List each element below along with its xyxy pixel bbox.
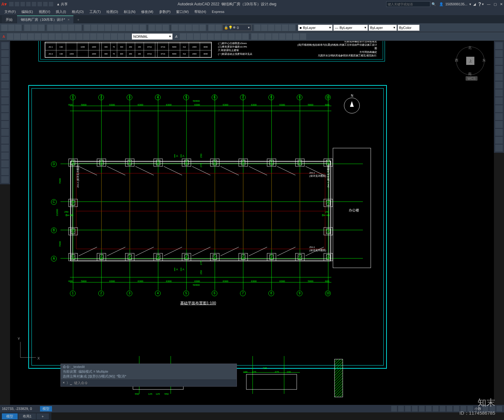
- tool-button[interactable]: [495, 97, 503, 104]
- tool-button[interactable]: [495, 42, 503, 49]
- tool-button[interactable]: [133, 25, 139, 31]
- search-icon[interactable]: 🔍: [432, 2, 436, 6]
- menu-draw[interactable]: 绘图(D): [104, 9, 121, 15]
- tool-button[interactable]: [282, 25, 288, 31]
- tool-button[interactable]: [209, 25, 215, 31]
- tool-button[interactable]: [125, 33, 131, 40]
- tool-button[interactable]: [242, 33, 249, 40]
- tab-model[interactable]: 模型: [2, 413, 18, 419]
- prop-lt-combo[interactable]: ByLayer▾: [369, 25, 397, 31]
- menu-modify[interactable]: 修改(M): [139, 9, 156, 15]
- add-layout-button[interactable]: ＋: [37, 413, 49, 419]
- qat-icon[interactable]: [43, 2, 48, 6]
- wcs-badge[interactable]: WCS: [466, 76, 478, 81]
- tool-button[interactable]: [221, 33, 228, 40]
- qat-icon[interactable]: [26, 2, 31, 6]
- qat-icon[interactable]: [49, 2, 53, 6]
- tool-button[interactable]: [1, 42, 9, 49]
- tool-button[interactable]: [495, 50, 503, 57]
- tool-button[interactable]: [8, 25, 14, 31]
- qat-icon[interactable]: [32, 2, 36, 6]
- tool-button[interactable]: [38, 25, 44, 31]
- tool-button[interactable]: [495, 74, 503, 81]
- tool-button[interactable]: [187, 33, 193, 40]
- tool-button[interactable]: [105, 25, 111, 31]
- tool-button[interactable]: [1, 25, 8, 31]
- menu-tools[interactable]: 工具(T): [87, 9, 103, 15]
- tool-button[interactable]: [118, 33, 124, 40]
- tool-button[interactable]: [268, 25, 274, 31]
- tool-button[interactable]: [1, 58, 9, 65]
- tool-button[interactable]: [1, 152, 9, 159]
- quick-access-toolbar[interactable]: [9, 2, 53, 6]
- tool-button[interactable]: [1, 66, 9, 73]
- menu-dim[interactable]: 标注(N): [121, 9, 138, 15]
- tool-button[interactable]: [112, 25, 118, 31]
- status-button[interactable]: [405, 406, 411, 411]
- status-button[interactable]: [419, 406, 425, 411]
- menu-format[interactable]: 格式(O): [69, 9, 86, 15]
- command-line[interactable]: 命令: _textedit当前设置: 编辑模式 = Multiple选择注释对象…: [60, 364, 237, 387]
- menu-view[interactable]: 视图(V): [36, 9, 53, 15]
- tool-button[interactable]: [201, 33, 207, 40]
- tool-button[interactable]: [21, 33, 27, 40]
- tool-button[interactable]: [104, 33, 110, 40]
- tool-button[interactable]: [15, 25, 21, 31]
- ucs-icon[interactable]: X Y: [16, 339, 38, 361]
- tool-button[interactable]: [208, 33, 214, 40]
- user-name[interactable]: 1505999135...: [445, 2, 467, 6]
- tool-button[interactable]: [119, 25, 125, 31]
- tool-button[interactable]: [1, 160, 9, 167]
- tool-button[interactable]: [1, 97, 9, 104]
- tool-button[interactable]: [49, 33, 55, 40]
- menu-express[interactable]: Express: [209, 9, 227, 14]
- prop-layer-combo[interactable]: ■ ByLayer▾: [298, 25, 333, 31]
- tool-button[interactable]: [163, 25, 169, 31]
- tool-button[interactable]: [14, 33, 20, 40]
- tool-button[interactable]: [61, 25, 67, 31]
- menu-insert[interactable]: 插入(I): [53, 9, 68, 15]
- tab-start[interactable]: 开始: [2, 15, 16, 23]
- autodesk-app-icon[interactable]: ◢: [473, 2, 476, 6]
- tool-button[interactable]: [35, 33, 41, 40]
- tool-button[interactable]: [1, 168, 9, 175]
- command-input[interactable]: 键入命令: [74, 381, 88, 385]
- tool-button[interactable]: [98, 25, 104, 31]
- tool-button[interactable]: [495, 105, 503, 112]
- tool-button[interactable]: [258, 33, 265, 40]
- tool-button[interactable]: [1, 137, 9, 144]
- help-search-input[interactable]: [386, 1, 430, 7]
- menu-window[interactable]: 窗口(W): [174, 9, 191, 15]
- share-button[interactable]: ▲ 共享: [56, 2, 68, 7]
- tool-button[interactable]: [286, 33, 292, 40]
- minimize-button[interactable]: —: [487, 2, 490, 6]
- tool-button[interactable]: [126, 25, 132, 31]
- close-icon[interactable]: ×: [63, 381, 65, 385]
- tool-button[interactable]: [261, 25, 267, 31]
- tool-button[interactable]: [495, 66, 503, 73]
- tool-button[interactable]: [279, 33, 285, 40]
- close-button[interactable]: ✕: [500, 2, 503, 6]
- menu-edit[interactable]: 编辑(E): [19, 9, 36, 15]
- menu-help[interactable]: 帮助(H): [192, 9, 209, 15]
- tool-button[interactable]: [1, 145, 9, 152]
- prop-lw-combo[interactable]: — ByLayer▾: [333, 25, 368, 31]
- tool-button[interactable]: [1, 176, 9, 183]
- tool-button[interactable]: [28, 33, 34, 40]
- tool-button[interactable]: [293, 33, 299, 40]
- tool-button[interactable]: [228, 33, 235, 40]
- status-button[interactable]: [412, 406, 418, 411]
- tool-button[interactable]: [254, 25, 261, 31]
- tool-button[interactable]: [91, 25, 97, 31]
- tool-button[interactable]: [495, 121, 503, 128]
- tool-button[interactable]: [1, 105, 9, 112]
- tool-button[interactable]: [90, 33, 96, 40]
- modelspace-button[interactable]: 模型: [40, 406, 52, 411]
- tool-button[interactable]: [140, 25, 146, 31]
- tool-button[interactable]: [235, 33, 242, 40]
- tool-button[interactable]: [265, 33, 272, 40]
- tool-button[interactable]: [7, 33, 13, 40]
- help-icon[interactable]: ❔▾: [478, 2, 484, 6]
- qat-icon[interactable]: [15, 2, 19, 6]
- tool-button[interactable]: [495, 137, 503, 144]
